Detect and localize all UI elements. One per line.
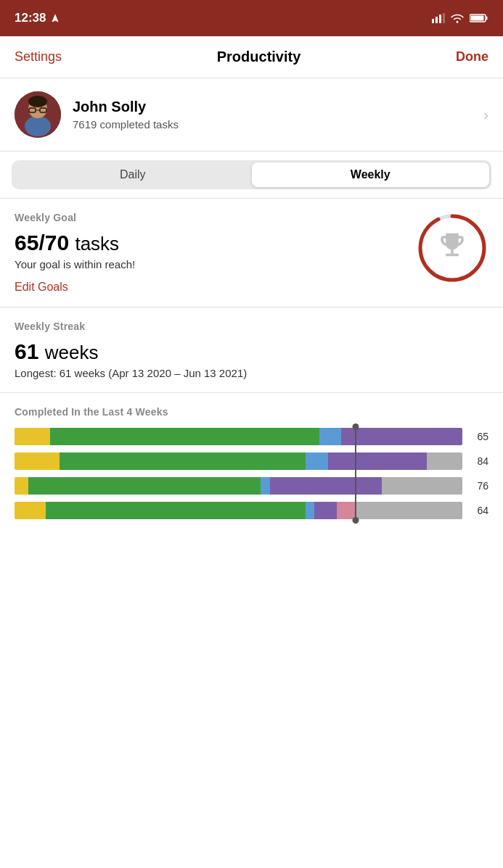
bar-segment-blue [306, 452, 328, 470]
bar-segment-gray [427, 452, 462, 470]
svg-rect-1 [435, 17, 438, 23]
avatar [15, 91, 61, 138]
svg-rect-6 [471, 16, 484, 21]
page-title: Productivity [217, 49, 301, 65]
segment-control: Daily Weekly [12, 160, 491, 189]
bar-value: 84 [468, 455, 488, 467]
trophy-icon [437, 230, 467, 267]
user-name: John Solly [73, 99, 478, 115]
bar-segment-green [28, 477, 261, 495]
bar-segment-purple [341, 428, 462, 445]
trophy-container [416, 212, 488, 284]
goal-target: 70 [45, 231, 69, 255]
status-icons [432, 13, 488, 23]
bar-segment-gray [355, 502, 462, 519]
bar-segment-purple [270, 477, 382, 495]
goal-current: 65 [15, 231, 38, 255]
svg-point-8 [25, 116, 51, 136]
svg-rect-5 [486, 17, 488, 20]
svg-rect-2 [439, 15, 441, 23]
bar-value: 64 [468, 505, 488, 516]
bar-row: 65 [15, 428, 488, 445]
time-display: 12:38 [15, 11, 46, 25]
user-info: John Solly 7619 completed tasks [73, 99, 478, 131]
bar-row: 76 [15, 477, 488, 495]
bar-segment-yellow [15, 452, 60, 470]
bar-track [15, 428, 462, 445]
bars-wrapper: 65847664 [15, 428, 488, 519]
bar-row: 64 [15, 502, 488, 519]
chart-container: 65847664 [15, 428, 488, 519]
weekly-streak-label: Weekly Streak [15, 321, 488, 332]
signal-icon [432, 13, 445, 23]
bar-segment-blue [319, 428, 342, 445]
done-button[interactable]: Done [456, 49, 488, 65]
location-icon [50, 13, 60, 23]
segment-section: Daily Weekly [0, 152, 503, 199]
edit-goals-link[interactable]: Edit Goals [15, 281, 409, 294]
bar-segment-purple [328, 452, 427, 470]
completed-label: Completed In the Last 4 Weeks [15, 406, 488, 418]
svg-rect-0 [432, 19, 434, 23]
trophy-svg [437, 230, 467, 260]
vertical-reference-line [355, 423, 356, 524]
streak-unit: weeks [45, 342, 99, 363]
bar-value: 76 [468, 480, 488, 492]
user-tasks: 7619 completed tasks [73, 118, 478, 131]
bar-segment-green [60, 452, 306, 470]
bar-segment-pink [337, 502, 355, 519]
status-bar: 12:38 [0, 0, 503, 36]
bar-track [15, 502, 462, 519]
completed-section: Completed In the Last 4 Weeks 65847664 [0, 393, 503, 534]
bar-segment-green [50, 428, 319, 445]
weekly-streak-section: Weekly Streak 61 weeks Longest: 61 weeks… [0, 307, 503, 393]
weekly-tab[interactable]: Weekly [252, 162, 490, 187]
bar-segment-blue [306, 502, 314, 519]
streak-value: 61 [15, 339, 38, 363]
bar-segment-blue [261, 477, 269, 495]
bar-row: 84 [15, 452, 488, 470]
line-dot-top [352, 423, 359, 430]
streak-number: 61 weeks [15, 339, 488, 364]
bar-segment-yellow [15, 477, 28, 495]
goal-count: 65/70 tasks [15, 231, 409, 255]
goal-content: Weekly Goal 65/70 tasks Your goal is wit… [15, 212, 409, 294]
line-dot-bottom [352, 517, 359, 524]
streak-subtext: Longest: 61 weeks (Apr 13 2020 – Jun 13 … [15, 367, 488, 379]
status-time: 12:38 [15, 11, 60, 25]
svg-rect-3 [443, 13, 445, 23]
avatar-image [15, 91, 61, 138]
weekly-goal-section: Weekly Goal 65/70 tasks Your goal is wit… [0, 199, 503, 307]
goal-unit: tasks [75, 233, 119, 255]
settings-button[interactable]: Settings [15, 49, 62, 65]
bar-track [15, 452, 462, 470]
goal-subtext: Your goal is within reach! [15, 258, 409, 270]
svg-point-10 [28, 96, 47, 107]
battery-icon [470, 13, 488, 23]
user-chevron-icon: › [483, 107, 488, 123]
wifi-icon [451, 13, 464, 23]
bar-segment-yellow [15, 502, 46, 519]
bar-value: 65 [468, 431, 488, 442]
nav-bar: Settings Productivity Done [0, 36, 503, 78]
bar-segment-purple [314, 502, 337, 519]
bar-segment-gray [382, 477, 462, 495]
bar-segment-yellow [15, 428, 50, 445]
daily-tab[interactable]: Daily [14, 162, 252, 187]
user-section[interactable]: John Solly 7619 completed tasks › [0, 78, 503, 152]
bar-segment-green [46, 502, 306, 519]
weekly-goal-label: Weekly Goal [15, 212, 409, 223]
bar-track [15, 477, 462, 495]
